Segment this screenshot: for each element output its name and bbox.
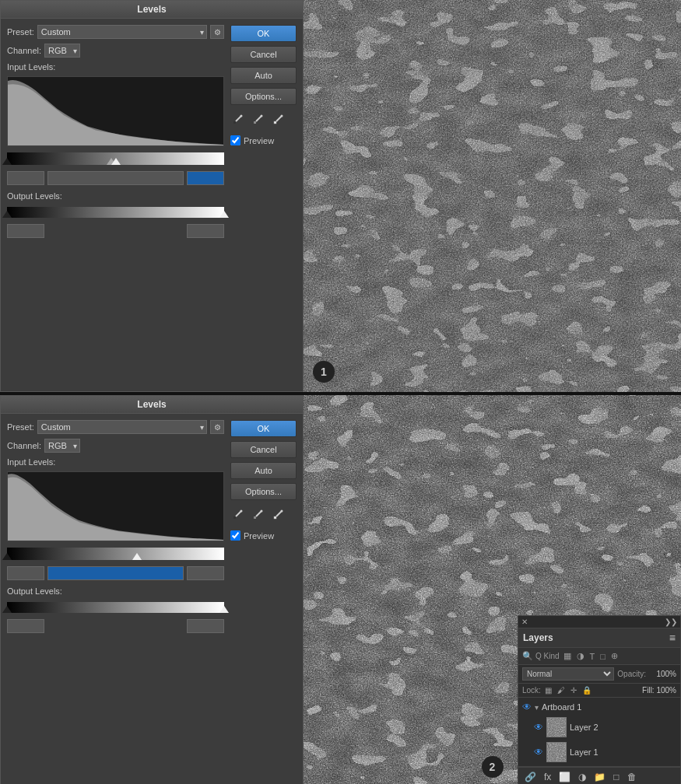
- input-white-field-1[interactable]: 129: [187, 171, 224, 185]
- input-mid-field-1[interactable]: 1.02: [47, 171, 184, 185]
- eyedropper-black-button-2[interactable]: [230, 507, 244, 523]
- filter-pixel-btn[interactable]: ▦: [562, 650, 573, 662]
- svg-rect-19: [274, 516, 276, 519]
- svg-rect-4: [254, 121, 256, 124]
- preview-checkbox-2[interactable]: [230, 530, 240, 541]
- lock-move-btn[interactable]: ✛: [569, 685, 578, 695]
- layers-menu-button[interactable]: ≡: [669, 632, 676, 644]
- cancel-button-1[interactable]: Cancel: [230, 46, 297, 63]
- input-white-field-2[interactable]: 153: [187, 566, 224, 580]
- eyedropper-black-button-1[interactable]: [230, 112, 244, 128]
- ok-button-1[interactable]: OK: [230, 25, 297, 42]
- eyedropper-white-button-1[interactable]: [271, 112, 285, 128]
- input-levels-label-1: Input Levels:: [7, 62, 224, 72]
- eyedropper-row-2: [230, 507, 297, 523]
- ok-button-2[interactable]: OK: [230, 420, 297, 437]
- link-layers-btn[interactable]: 🔗: [522, 771, 539, 783]
- filter-smart-btn[interactable]: ⊕: [609, 650, 620, 662]
- artboard-visibility-icon[interactable]: 👁: [522, 702, 532, 712]
- new-layer-btn[interactable]: □: [611, 771, 621, 783]
- artboard-row[interactable]: 👁 ▾ Artboard 1: [518, 699, 680, 715]
- layer2-name: Layer 2: [570, 723, 599, 732]
- dialog-titlebar-1: Levels: [1, 1, 303, 19]
- delete-layer-btn[interactable]: 🗑: [625, 771, 639, 783]
- layer2-visibility-icon[interactable]: 👁: [534, 722, 543, 733]
- svg-rect-13: [233, 516, 236, 519]
- output-white-field-2[interactable]: 255: [187, 619, 224, 633]
- output-values-row-2: 0 255: [7, 619, 224, 633]
- fill-label: Fill: 100%: [642, 686, 676, 695]
- input-slider-1[interactable]: [7, 152, 224, 165]
- output-black-handle-1[interactable]: [2, 211, 12, 218]
- filter-adjust-btn[interactable]: ◑: [575, 650, 586, 662]
- layer1-visibility-icon[interactable]: 👁: [534, 747, 543, 758]
- input-values-row-2: 0 3.97 153: [7, 566, 224, 580]
- preset-gear-button-2[interactable]: ⚙: [210, 420, 224, 434]
- options-button-1[interactable]: Options...: [230, 88, 297, 105]
- section-badge-2: 2: [482, 756, 504, 778]
- eyedropper-gray-button-2[interactable]: [251, 507, 265, 523]
- layer-row-2[interactable]: 👁 Layer 2: [518, 715, 680, 740]
- black-point-handle-2[interactable]: [2, 553, 12, 560]
- svg-point-21: [281, 510, 283, 513]
- input-black-field-1[interactable]: 0: [7, 171, 44, 185]
- filter-shape-btn[interactable]: □: [599, 651, 607, 662]
- layer2-thumbnail: [546, 717, 567, 737]
- layer-mask-btn[interactable]: ⬜: [556, 771, 573, 783]
- output-slider-2[interactable]: [7, 602, 224, 613]
- preset-gear-button-1[interactable]: ⚙: [210, 25, 224, 39]
- svg-rect-7: [274, 121, 276, 124]
- histogram-svg-1: [8, 77, 223, 145]
- lock-pixel-btn[interactable]: ▦: [543, 685, 553, 695]
- filter-text-btn[interactable]: T: [588, 651, 597, 662]
- output-white-handle-1[interactable]: [219, 211, 229, 218]
- eyedropper-gray-button-1[interactable]: [251, 112, 265, 128]
- lock-all-btn[interactable]: 🔒: [581, 685, 593, 695]
- gear-icon-1: ⚙: [214, 28, 221, 37]
- output-values-row-1: 0 255: [7, 224, 224, 238]
- eyedropper-black-icon-2: [232, 509, 243, 520]
- output-black-handle-2[interactable]: [2, 606, 12, 613]
- auto-button-2[interactable]: Auto: [230, 462, 297, 479]
- svg-point-6: [261, 115, 263, 117]
- preset-select-2[interactable]: Custom: [37, 420, 207, 434]
- panel-close-icon[interactable]: ✕: [521, 618, 528, 626]
- input-slider-2[interactable]: [7, 548, 224, 560]
- preset-select-1[interactable]: Custom: [37, 25, 207, 39]
- auto-button-1[interactable]: Auto: [230, 67, 297, 84]
- preview-row-1: Preview: [230, 135, 297, 145]
- layer-fx-btn[interactable]: fx: [542, 771, 553, 783]
- layer-row-1[interactable]: 👁 Layer 1: [518, 740, 680, 765]
- lock-paint-btn[interactable]: 🖌: [556, 685, 567, 695]
- output-white-handle-2[interactable]: [219, 606, 229, 613]
- channel-label-1: Channel:: [7, 46, 41, 55]
- white-point-handle-2[interactable]: [132, 553, 142, 560]
- black-point-handle-1[interactable]: [2, 158, 12, 165]
- preset-select-wrapper-2: Custom: [37, 420, 207, 434]
- image-area-1: 1: [304, 0, 681, 392]
- histogram-1: [7, 76, 224, 146]
- eyedropper-white-icon-1: [272, 114, 283, 124]
- cancel-button-2[interactable]: Cancel: [230, 441, 297, 458]
- blend-mode-select[interactable]: Normal: [522, 667, 614, 681]
- svg-rect-11: [304, 0, 681, 392]
- panel-expand-icon[interactable]: ❯❯: [665, 618, 677, 626]
- new-group-btn[interactable]: 📁: [591, 771, 608, 783]
- channel-select-2[interactable]: RGB: [44, 439, 80, 453]
- input-mid-field-2[interactable]: 3.97: [47, 566, 184, 580]
- layers-header: Layers ≡: [518, 628, 680, 648]
- adjustment-layer-btn[interactable]: ◑: [576, 771, 588, 783]
- preset-select-wrapper-1: Custom: [37, 25, 207, 39]
- eyedropper-white-button-2[interactable]: [271, 507, 285, 523]
- output-slider-1[interactable]: [7, 207, 224, 218]
- channel-select-wrapper-2: RGB: [44, 439, 80, 453]
- output-white-field-1[interactable]: 255: [187, 224, 224, 238]
- artboard-expand-icon[interactable]: ▾: [535, 703, 539, 712]
- white-point-handle-1[interactable]: [111, 158, 121, 165]
- options-button-2[interactable]: Options...: [230, 483, 297, 500]
- output-black-field-2[interactable]: 0: [7, 619, 44, 633]
- preview-checkbox-1[interactable]: [230, 135, 240, 145]
- channel-select-1[interactable]: RGB: [44, 44, 80, 58]
- input-black-field-2[interactable]: 0: [7, 566, 44, 580]
- output-black-field-1[interactable]: 0: [7, 224, 44, 238]
